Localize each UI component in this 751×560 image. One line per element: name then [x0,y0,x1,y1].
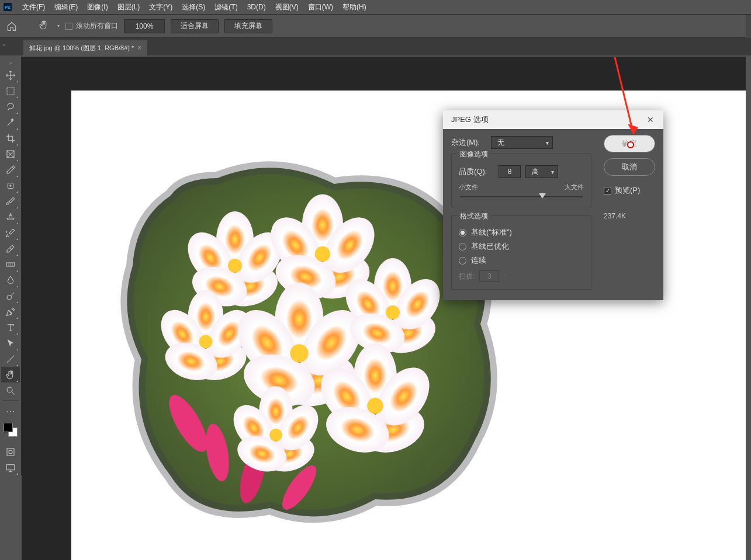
dialog-title: JPEG 选项 [451,114,489,125]
tools-expand-icon[interactable]: » [0,59,21,67]
scroll-all-windows-option[interactable]: 滚动所有窗口 [65,21,118,31]
tool-preset-dropdown-icon[interactable]: ▾ [57,23,60,29]
fill-screen-button[interactable]: 填充屏幕 [224,19,272,33]
quality-slider[interactable] [460,196,583,197]
scans-label: 扫描: [459,272,475,281]
menu-filter[interactable]: 滤镜(T) [210,2,242,12]
small-file-label: 小文件 [459,183,478,192]
dodge-tool[interactable] [1,288,20,304]
type-tool[interactable] [1,319,20,335]
format-options-group: 格式选项 基线("标准") 基线已优化 连续 扫描: 3 ˅ [451,215,591,290]
document-tab[interactable]: 鲜花.jpg @ 100% (图层 1, RGB/8#) * × [23,40,147,55]
menu-edit[interactable]: 编辑(E) [50,2,82,12]
scans-input: 3 [479,270,499,282]
panel-dock-edge [746,15,751,38]
format-progressive-option[interactable]: 连续 [459,255,584,266]
image-options-group: 图像选项 品质(Q): 8 高 小文件 大文件 [451,154,591,207]
matte-label: 杂边(M): [451,137,486,148]
blur-tool[interactable] [1,272,20,288]
screen-mode-icon[interactable] [1,460,20,475]
large-file-label: 大文件 [565,183,584,192]
menu-image[interactable]: 图像(I) [82,2,112,12]
dialog-close-icon[interactable]: ✕ [643,113,657,127]
current-tool-hand-icon[interactable] [36,20,51,33]
lasso-tool[interactable] [1,99,20,114]
pen-tool[interactable] [1,304,20,319]
svg-point-4 [7,295,12,300]
clone-stamp-tool[interactable] [1,209,20,225]
quick-mask-icon[interactable] [1,444,20,460]
svg-point-5 [7,387,12,392]
tools-panel: » ⋯ [0,57,22,475]
healing-brush-tool[interactable] [1,178,20,193]
brush-tool[interactable] [1,193,20,209]
line-tool[interactable] [1,351,20,367]
color-swatches[interactable] [2,423,19,440]
dialog-titlebar[interactable]: JPEG 选项 ✕ [443,110,663,129]
quality-slider-thumb[interactable] [539,193,546,199]
format-baseline-optimized-option[interactable]: 基线已优化 [459,241,584,252]
menu-select[interactable]: 选择(S) [177,2,210,12]
options-bar: ▾ 滚动所有窗口 100% 适合屏幕 填充屏幕 [0,15,751,38]
jpeg-options-dialog: JPEG 选项 ✕ 杂边(M): 无 图像选项 品质(Q): 8 高 小文件 大… [443,110,663,300]
tab-close-icon[interactable]: × [137,44,141,52]
menu-window[interactable]: 窗口(W) [303,2,338,12]
svg-rect-0 [7,88,14,95]
radio-icon[interactable] [459,229,466,236]
scroll-all-windows-label: 滚动所有窗口 [76,21,118,31]
ok-button[interactable]: 确定 [604,135,655,152]
file-size-label: 237.4K [604,212,655,220]
radio-icon[interactable] [459,243,466,251]
scans-row: 扫描: 3 ˅ [459,270,584,282]
path-selection-tool[interactable] [1,335,20,351]
menu-view[interactable]: 视图(V) [271,2,303,12]
svg-rect-8 [6,464,15,469]
crop-tool[interactable] [1,130,20,146]
marquee-tool[interactable] [1,83,20,99]
menu-type[interactable]: 文字(Y) [144,2,177,12]
menu-help[interactable]: 帮助(H) [338,2,371,12]
zoom-level-field[interactable]: 100% [124,19,165,33]
preview-option[interactable]: ✓ 预览(P) [604,185,655,196]
quality-preset-select[interactable]: 高 [525,165,558,178]
scans-stepper-icon: ˅ [504,273,507,280]
gradient-tool[interactable] [1,256,20,272]
more-tools-icon[interactable]: ⋯ [1,404,20,419]
preview-label: 预览(P) [615,185,640,196]
menu-layer[interactable]: 图层(L) [113,2,145,12]
tab-bar-expand-icon[interactable]: » [2,42,5,48]
scroll-all-windows-checkbox[interactable] [65,23,72,30]
hand-tool[interactable] [1,367,20,382]
cancel-button[interactable]: 取消 [604,158,655,176]
radio-icon[interactable] [459,257,466,265]
cursor-icon [626,140,633,147]
move-tool[interactable] [1,67,20,83]
format-options-title: 格式选项 [458,211,490,221]
home-icon[interactable] [6,21,18,32]
menu-bar: Ps 文件(F) 编辑(E) 图像(I) 图层(L) 文字(Y) 选择(S) 滤… [0,0,751,15]
magic-wand-tool[interactable] [1,114,20,130]
svg-rect-6 [7,448,14,455]
matte-select[interactable]: 无 [491,136,553,149]
eyedropper-tool[interactable] [1,162,20,178]
fit-screen-button[interactable]: 适合屏幕 [171,19,219,33]
menu-3d[interactable]: 3D(D) [243,3,271,11]
app-logo-icon: Ps [4,3,12,11]
preview-checkbox[interactable]: ✓ [604,187,611,194]
quality-input[interactable]: 8 [499,165,521,178]
document-tab-bar: 鲜花.jpg @ 100% (图层 1, RGB/8#) * × [0,38,751,55]
format-baseline-standard-option[interactable]: 基线("标准") [459,227,584,238]
history-brush-tool[interactable] [1,225,20,241]
menu-file[interactable]: 文件(F) [18,2,50,12]
foreground-color-swatch[interactable] [4,423,13,432]
svg-point-7 [9,450,12,454]
frame-tool[interactable] [1,146,20,162]
quality-label: 品质(Q): [459,166,494,177]
image-options-title: 图像选项 [458,149,490,159]
document-tab-title: 鲜花.jpg @ 100% (图层 1, RGB/8#) * [29,44,134,53]
eraser-tool[interactable] [1,241,20,256]
zoom-tool[interactable] [1,382,20,398]
